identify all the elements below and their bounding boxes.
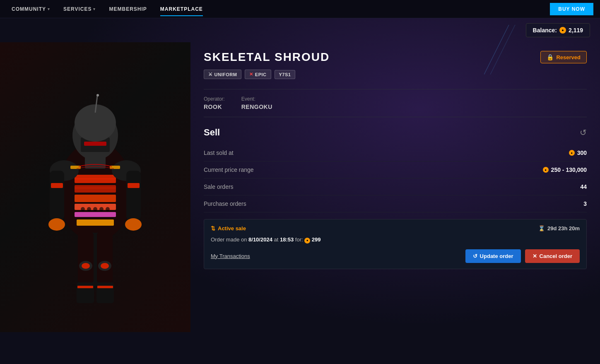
event-value: RENGOKU (241, 104, 272, 110)
action-buttons: ↺ Update order ✕ Cancel order (465, 249, 580, 263)
my-transactions-link[interactable]: My Transactions (211, 253, 250, 259)
order-coin-icon: ● (304, 238, 310, 243)
balance-amount: 2,119 (569, 27, 583, 34)
order-price-coin: ● (304, 236, 310, 243)
cancel-order-label: Cancel order (540, 253, 572, 259)
svg-point-25 (48, 218, 65, 231)
svg-rect-34 (77, 282, 94, 303)
tags-row: ⚔ UNIFORM ✕ EPIC Y7S1 (204, 70, 587, 79)
price-range-coin-icon: ● (543, 167, 549, 173)
cancel-order-button[interactable]: ✕ Cancel order (525, 249, 580, 263)
last-sold-coin-icon: ● (569, 150, 575, 156)
buy-now-button[interactable]: BUY NOW (550, 3, 593, 15)
nav-label-services: SERVICES (63, 6, 92, 12)
stats-row-purchase-orders: Purchase orders 3 (204, 195, 587, 212)
sale-icon: ⇅ (211, 225, 215, 231)
timer-hourglass-icon: ⌛ (538, 225, 545, 231)
svg-point-18 (106, 207, 110, 211)
stats-row-price-range: Current price range ● 250 - 130,000 (204, 162, 587, 178)
active-sale-header: ⇅ Active sale ⌛ 29d 23h 20m (211, 225, 580, 231)
operator-meta: Operator: ROOK (204, 96, 225, 110)
order-for-pre: for: (294, 236, 304, 243)
nav-items: COMMUNITY ▾ SERVICES ▾ MEMBERSHIP MARKET… (7, 3, 550, 15)
sell-title: Sell (204, 127, 220, 138)
svg-rect-23 (51, 183, 63, 188)
tag-epic[interactable]: ✕ EPIC (245, 70, 271, 79)
item-panel: SKELETAL SHROUD 🔒 Reserved ⚔ UNIFORM ✕ E… (190, 42, 600, 364)
svg-point-26 (125, 218, 142, 231)
price-range-value: ● 250 - 130,000 (543, 166, 587, 173)
divider-2 (204, 117, 587, 117)
svg-rect-24 (128, 183, 140, 188)
refresh-icon[interactable]: ↺ (580, 128, 587, 137)
nav-item-marketplace[interactable]: MARKETPLACE (155, 3, 208, 15)
divider-1 (204, 89, 587, 89)
order-price: 299 (312, 236, 321, 243)
svg-rect-11 (77, 219, 114, 226)
community-chevron-icon: ▾ (48, 7, 50, 11)
svg-point-32 (82, 263, 90, 269)
timer-value: 29d 23h 20m (547, 225, 580, 231)
last-sold-amount: 300 (577, 149, 587, 156)
reserved-badge: 🔒 Reserved (540, 51, 587, 63)
order-date: 8/10/2024 (248, 236, 272, 243)
price-range-label: Current price range (204, 166, 254, 173)
svg-point-14 (81, 207, 85, 211)
update-order-label: Update order (480, 253, 513, 259)
nav-item-community[interactable]: COMMUNITY ▾ (7, 3, 55, 15)
active-sale-box: ⇅ Active sale ⌛ 29d 23h 20m Order made o… (204, 219, 587, 269)
update-order-button[interactable]: ↺ Update order (465, 249, 521, 263)
svg-rect-28 (78, 233, 94, 282)
svg-rect-7 (75, 185, 116, 193)
tag-epic-label: EPIC (255, 72, 267, 77)
uniform-icon: ⚔ (208, 72, 213, 77)
nav-item-services[interactable]: SERVICES ▾ (58, 3, 101, 15)
svg-point-17 (99, 207, 104, 211)
svg-rect-35 (96, 282, 114, 303)
sale-orders-value: 44 (580, 183, 587, 190)
balance-bar: Balance: ● 2,119 (0, 18, 600, 42)
event-meta: Event: RENGOKU (241, 96, 272, 110)
stats-row-last-sold: Last sold at ● 300 (204, 145, 587, 162)
update-icon: ↺ (473, 253, 477, 259)
balance-badge: Balance: ● 2,119 (526, 23, 590, 37)
svg-rect-8 (75, 195, 116, 202)
tag-season-label: Y7S1 (279, 72, 291, 77)
balance-coin-icon: ● (559, 27, 566, 34)
svg-rect-36 (77, 286, 93, 288)
stats-row-sale-orders: Sale orders 44 (204, 178, 587, 195)
event-label: Event: (241, 96, 272, 102)
main-content: SKELETAL SHROUD 🔒 Reserved ⚔ UNIFORM ✕ E… (0, 42, 600, 364)
epic-remove-icon: ✕ (249, 72, 253, 77)
svg-rect-41 (84, 142, 106, 146)
item-title: SKELETAL SHROUD (204, 51, 330, 64)
active-sale-timer: ⌛ 29d 23h 20m (538, 225, 580, 231)
operator-value: ROOK (204, 104, 225, 110)
nav-label-marketplace: MARKETPLACE (160, 6, 203, 12)
svg-rect-22 (126, 171, 141, 220)
character-svg (17, 59, 174, 316)
item-title-row: SKELETAL SHROUD 🔒 Reserved (204, 51, 587, 64)
tag-season: Y7S1 (275, 70, 296, 79)
svg-point-15 (87, 207, 91, 211)
tag-uniform-label: UNIFORM (214, 72, 237, 77)
purchase-orders-value: 3 (583, 200, 587, 207)
lock-icon: 🔒 (547, 54, 554, 60)
svg-point-33 (101, 263, 109, 269)
purchase-orders-label: Purchase orders (204, 200, 246, 207)
tag-uniform[interactable]: ⚔ UNIFORM (204, 70, 241, 79)
character-image (0, 42, 190, 332)
order-time-pre: at (272, 236, 280, 243)
active-sale-text: Active sale (218, 225, 246, 231)
nav-item-membership[interactable]: MEMBERSHIP (104, 3, 152, 15)
navbar: COMMUNITY ▾ SERVICES ▾ MEMBERSHIP MARKET… (0, 0, 600, 18)
sale-orders-label: Sale orders (204, 183, 234, 190)
sell-header: Sell ↺ (204, 127, 587, 138)
order-time: 18:53 (280, 236, 294, 243)
stats-table: Last sold at ● 300 Current price range ●… (204, 145, 587, 212)
last-sold-value: ● 300 (569, 149, 587, 156)
meta-row: Operator: ROOK Event: RENGOKU (204, 96, 587, 110)
order-actions: My Transactions ↺ Update order ✕ Cancel … (211, 249, 580, 263)
services-chevron-icon: ▾ (93, 7, 96, 11)
nav-label-community: COMMUNITY (12, 6, 46, 12)
